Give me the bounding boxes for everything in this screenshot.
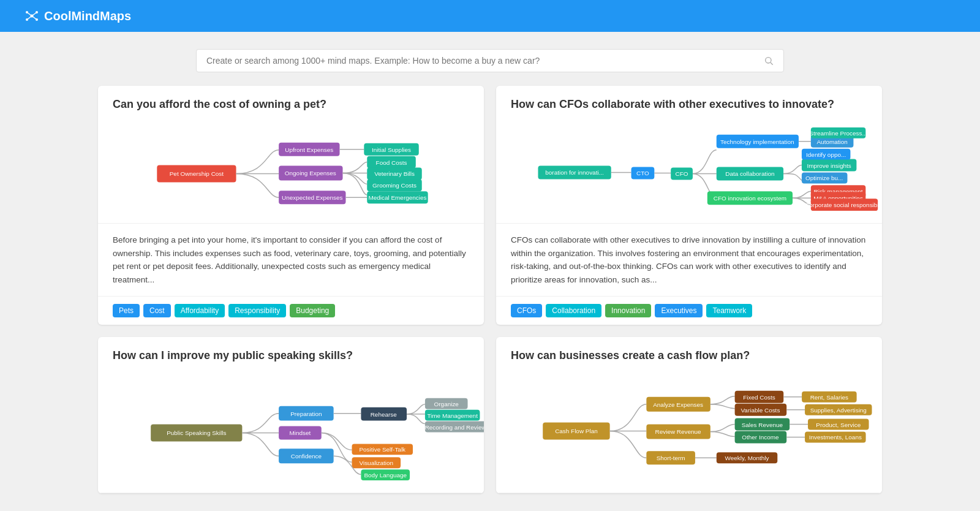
svg-text:Confidence: Confidence [291,453,322,460]
svg-text:Grooming Costs: Grooming Costs [372,182,417,189]
svg-text:Organize: Organize [434,401,459,407]
svg-text:Review Revenue: Review Revenue [655,429,702,436]
svg-text:Cash Flow Plan: Cash Flow Plan [555,428,598,435]
svg-text:Product, Service: Product, Service [816,422,861,428]
card-pets-title: Can you afford the cost of owning a pet? [98,86,484,119]
tag-collaboration[interactable]: Collaboration [546,304,601,317]
tag-teamwork[interactable]: Teamwork [706,304,752,317]
search-icon [764,56,774,66]
card-pets-description: Before bringing a pet into your home, it… [98,224,484,297]
search-input[interactable] [206,56,764,66]
svg-line-7 [27,16,32,20]
svg-text:Corporate social responsibi...: Corporate social responsibi... [805,202,882,208]
card-cfos-tags: CFOs Collaboration Innovation Executives… [496,297,882,325]
svg-text:Analyze Expenses: Analyze Expenses [653,401,703,408]
svg-text:Technology implementation: Technology implementation [720,138,794,145]
svg-text:Optimize bu...: Optimize bu... [805,175,843,181]
svg-text:Investments, Loans: Investments, Loans [809,434,862,441]
svg-text:Supplies, Advertising: Supplies, Advertising [810,407,867,414]
card-cfos-diagram: boration for innovati... CTO CFO Technol… [496,119,882,224]
card-speaking-diagram: Public Speaking Skills Preparation Confi… [98,371,484,493]
svg-text:Time Management: Time Management [427,412,478,419]
svg-text:CFO innovation ecosystem: CFO innovation ecosystem [714,195,786,202]
svg-line-6 [32,12,37,16]
svg-text:Veterinary Bills: Veterinary Bills [374,170,415,177]
svg-text:CFO: CFO [676,170,688,177]
svg-line-5 [27,12,32,16]
svg-text:Positive Self-Talk: Positive Self-Talk [359,447,405,453]
svg-text:Weekly, Monthly: Weekly, Monthly [725,455,769,462]
svg-text:Upfront Expenses: Upfront Expenses [285,146,333,153]
svg-text:Fixed Costs: Fixed Costs [743,394,775,401]
tag-budgeting[interactable]: Budgeting [290,304,335,317]
svg-text:Body Language: Body Language [364,472,407,479]
tag-executives[interactable]: Executives [655,304,703,317]
svg-text:Initial Supplies: Initial Supplies [372,146,411,153]
svg-text:Recording and Review: Recording and Review [425,424,484,431]
svg-text:Variable Costs: Variable Costs [741,407,780,414]
card-cfos-description: CFOs can collaborate with other executiv… [496,224,882,297]
card-speaking[interactable]: How can I improve my public speaking ski… [98,337,484,493]
card-cashflow[interactable]: How can businesses create a cash flow pl… [496,337,882,493]
cashflow-mindmap-svg: Cash Flow Plan Analyze Expenses Review R… [496,371,882,493]
svg-text:Mindset: Mindset [290,430,311,437]
svg-text:Streamline Process...: Streamline Process... [809,130,867,137]
search-container [184,49,796,72]
card-cashflow-title: How can businesses create a cash flow pl… [496,337,882,371]
svg-text:Preparation: Preparation [290,411,322,417]
card-cashflow-diagram: Cash Flow Plan Analyze Expenses Review R… [496,371,882,493]
svg-text:Data collaboration: Data collaboration [725,170,774,177]
svg-line-10 [771,62,773,65]
svg-text:Rent, Salaries: Rent, Salaries [810,394,848,401]
svg-text:Unexpected Expenses: Unexpected Expenses [282,194,342,201]
svg-text:Food Costs: Food Costs [376,159,407,166]
card-speaking-title: How can I improve my public speaking ski… [98,337,484,371]
svg-line-8 [32,16,37,20]
card-cfos-title: How can CFOs collaborate with other exec… [496,86,882,119]
tag-cfos[interactable]: CFOs [511,304,542,317]
tag-pets[interactable]: Pets [113,304,140,317]
svg-text:Improve insights: Improve insights [807,162,851,169]
svg-text:Other Income: Other Income [742,434,779,441]
svg-point-9 [766,58,771,63]
svg-text:Rehearse: Rehearse [371,411,398,418]
svg-text:CTO: CTO [636,170,649,176]
app-header: CoolMindMaps [0,0,980,32]
svg-text:Sales Revenue: Sales Revenue [742,422,783,428]
tag-responsibility[interactable]: Responsibility [228,304,286,317]
svg-text:Public Speaking Skills: Public Speaking Skills [167,430,226,437]
card-pets-tags: Pets Cost Affordability Responsibility B… [98,297,484,325]
tag-cost[interactable]: Cost [143,304,171,317]
logo-icon [24,9,39,23]
cfos-mindmap-svg: boration for innovati... CTO CFO Technol… [496,119,882,223]
svg-text:Identify oppo...: Identify oppo... [806,151,846,158]
svg-text:Automation: Automation [816,138,847,145]
tag-affordability[interactable]: Affordability [175,304,225,317]
svg-text:Ongoing Expenses: Ongoing Expenses [285,170,336,176]
svg-text:Pet Ownership Cost: Pet Ownership Cost [170,170,224,177]
cards-grid: Can you afford the cost of owning a pet?… [86,86,894,511]
tag-innovation[interactable]: Innovation [605,304,651,317]
logo-text: CoolMindMaps [44,9,131,23]
pets-mindmap-svg: Pet Ownership Cost Ongoing Expenses Upfr… [98,119,484,223]
search-box [196,49,784,72]
svg-text:Visualization: Visualization [359,460,393,467]
svg-text:boration for innovati...: boration for innovati... [545,169,604,176]
card-pets-diagram: Pet Ownership Cost Ongoing Expenses Upfr… [98,119,484,224]
logo[interactable]: CoolMindMaps [24,9,131,23]
card-cfos[interactable]: How can CFOs collaborate with other exec… [496,86,882,325]
svg-text:Short-term: Short-term [657,455,685,462]
speaking-mindmap-svg: Public Speaking Skills Preparation Confi… [98,371,484,493]
svg-text:Medical Emergencies: Medical Emergencies [368,194,426,201]
card-pets[interactable]: Can you afford the cost of owning a pet?… [98,86,484,325]
